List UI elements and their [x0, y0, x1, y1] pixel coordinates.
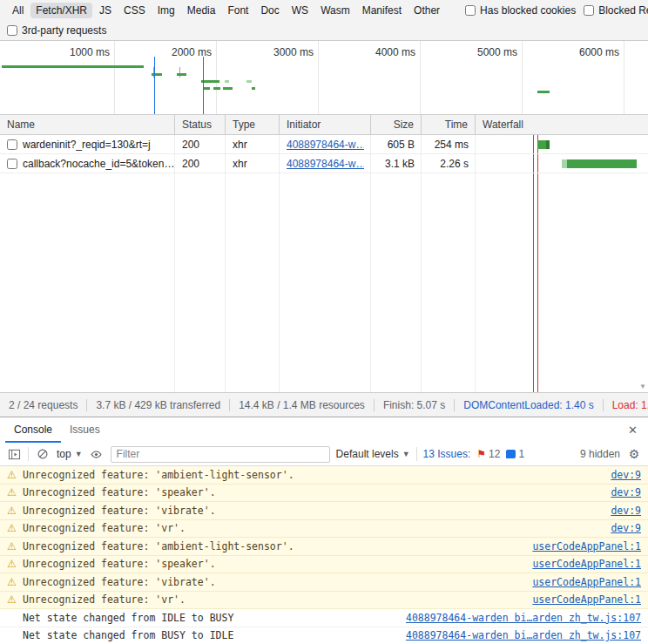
- column-header-status[interactable]: Status: [175, 115, 226, 134]
- blue-bubble-icon: [506, 450, 516, 458]
- clear-console-icon[interactable]: [35, 446, 51, 462]
- source-link[interactable]: dev:9: [611, 522, 641, 534]
- hidden-messages-count[interactable]: 9 hidden: [580, 448, 620, 460]
- overview-gridline: [216, 41, 217, 114]
- column-divider[interactable]: [225, 135, 226, 392]
- red-flag-icon: ⚑: [476, 448, 486, 460]
- warning-icon: ⚠: [7, 470, 23, 480]
- close-icon[interactable]: ✕: [618, 417, 648, 443]
- console-message[interactable]: ⚠ Unrecognized feature: 'ambient-light-s…: [0, 466, 648, 485]
- initiator-link[interactable]: 4088978464-w…: [287, 139, 364, 151]
- eye-icon[interactable]: [89, 446, 105, 462]
- scrollbar-down-arrow[interactable]: ▼: [639, 383, 646, 390]
- column-divider[interactable]: [279, 135, 280, 392]
- source-link[interactable]: userCodeAppPanel:1: [532, 558, 641, 570]
- column-divider[interactable]: [475, 135, 476, 392]
- column-divider[interactable]: [421, 135, 422, 392]
- filter-tab[interactable]: CSS: [118, 3, 151, 18]
- initiator-link[interactable]: 4088978464-w…: [287, 158, 364, 170]
- request-time: 254 ms: [422, 135, 476, 153]
- filter-tab[interactable]: Doc: [255, 3, 284, 18]
- log-levels-selector[interactable]: Default levels ▼: [336, 448, 410, 460]
- source-link[interactable]: userCodeAppPanel:1: [532, 593, 641, 606]
- request-name[interactable]: wardeninit?_reqid=130&rt=j: [23, 139, 151, 151]
- context-label: top: [57, 448, 71, 460]
- checkbox-icon[interactable]: [584, 5, 594, 16]
- column-header-waterfall[interactable]: Waterfall: [476, 115, 648, 134]
- table-body: wardeninit?_reqid=130&rt=j 200 xhr 40889…: [0, 135, 648, 392]
- source-link[interactable]: 4088978464-warden bi…arden zh_tw.js:107: [406, 612, 641, 624]
- column-divider[interactable]: [174, 135, 175, 392]
- message-text: Unrecognized feature: 'vr'.: [23, 593, 523, 606]
- overview-request-bar: [204, 87, 210, 90]
- console-message[interactable]: ⚠ Unrecognized feature: 'ambient-light-s…: [0, 538, 648, 556]
- checkbox-icon[interactable]: [465, 5, 476, 16]
- filter-tab[interactable]: Font: [222, 3, 253, 18]
- third-party-requests-checkbox[interactable]: 3rd-party requests: [7, 24, 106, 37]
- blocked-requests-checkbox[interactable]: Blocked Requests: [584, 4, 648, 17]
- filter-tab[interactable]: Manifest: [357, 3, 407, 18]
- column-header-size[interactable]: Size: [371, 115, 422, 134]
- overview-request-bar: [537, 91, 550, 93]
- column-header-initiator[interactable]: Initiator: [280, 115, 371, 134]
- overview-load-marker: [203, 57, 204, 114]
- source-link[interactable]: userCodeAppPanel:1: [532, 576, 641, 588]
- tab-issues[interactable]: Issues: [61, 417, 109, 443]
- javascript-context-selector[interactable]: top ▼: [57, 448, 83, 460]
- row-checkbox[interactable]: [7, 139, 17, 150]
- console-message[interactable]: ⚠ Unrecognized feature: 'vibrate'. userC…: [0, 573, 648, 592]
- has-blocked-cookies-checkbox[interactable]: Has blocked cookies: [465, 4, 576, 17]
- issues-link[interactable]: 13 Issues:: [423, 448, 471, 460]
- console-message-list: ⚠ Unrecognized feature: 'ambient-light-s…: [0, 466, 648, 644]
- filter-tab[interactable]: Media: [182, 3, 221, 18]
- toolbar-divider: [28, 447, 29, 461]
- column-header-type[interactable]: Type: [226, 115, 280, 134]
- message-text: Unrecognized feature: 'vibrate'.: [23, 576, 523, 588]
- network-request-row[interactable]: wardeninit?_reqid=130&rt=j 200 xhr 40889…: [0, 135, 648, 154]
- network-overview-timeline[interactable]: 1000 ms2000 ms3000 ms4000 ms5000 ms6000 …: [0, 41, 648, 115]
- row-checkbox[interactable]: [7, 159, 17, 169]
- summary-item: 2 / 24 requests: [0, 399, 87, 411]
- overview-request-bar: [2, 65, 144, 68]
- overview-request-bar: [246, 80, 252, 83]
- waterfall-bar-segment: [567, 159, 637, 168]
- network-request-row[interactable]: callback?nocache_id=5&token… 200 xhr 408…: [0, 154, 648, 173]
- column-header-name[interactable]: Name: [0, 115, 175, 134]
- request-name[interactable]: callback?nocache_id=5&token…: [23, 158, 174, 170]
- source-link[interactable]: userCodeAppPanel:1: [532, 540, 641, 552]
- console-message[interactable]: Net state changed from BUSY to IDLE 4088…: [0, 627, 648, 644]
- console-message[interactable]: ⚠ Unrecognized feature: 'speaker'. userC…: [0, 556, 648, 574]
- console-filter-input[interactable]: [111, 446, 330, 463]
- filter-tab[interactable]: Wasm: [315, 3, 355, 18]
- overview-tick-label: 3000 ms: [261, 46, 314, 58]
- waterfall-bar-segment: [546, 140, 550, 149]
- settings-gear-icon[interactable]: ⚙: [626, 446, 642, 462]
- drawer-tab-bar: Console Issues ✕: [0, 417, 648, 443]
- console-message[interactable]: ⚠ Unrecognized feature: 'vr'. dev:9: [0, 520, 648, 539]
- filter-tab[interactable]: Other: [408, 3, 445, 18]
- filter-tab[interactable]: WS: [287, 3, 314, 18]
- filter-tab[interactable]: Img: [152, 3, 180, 18]
- console-message[interactable]: ⚠ Unrecognized feature: 'speaker'. dev:9: [0, 485, 648, 503]
- checkbox-icon[interactable]: [7, 25, 17, 36]
- filter-tab[interactable]: JS: [94, 3, 117, 18]
- issues-info-badge[interactable]: 1: [506, 448, 524, 460]
- table-header-row: Name Status Type Initiator Size Time Wat…: [0, 115, 648, 135]
- filter-tab[interactable]: Fetch/XHR: [30, 3, 92, 18]
- log-levels-label: Default levels: [336, 448, 399, 460]
- summary-item: Load: 1.87 s: [604, 399, 648, 411]
- source-link[interactable]: dev:9: [611, 505, 641, 517]
- console-message[interactable]: ⚠ Unrecognized feature: 'vibrate'. dev:9: [0, 502, 648, 520]
- source-link[interactable]: 4088978464-warden bi…arden zh_tw.js:107: [406, 629, 641, 641]
- issues-error-badge[interactable]: ⚑ 12: [476, 448, 500, 460]
- source-link[interactable]: dev:9: [611, 469, 641, 481]
- overview-gridline: [114, 41, 115, 114]
- console-message[interactable]: Net state changed from IDLE to BUSY 4088…: [0, 609, 648, 627]
- column-divider[interactable]: [370, 135, 371, 392]
- console-sidebar-icon[interactable]: [6, 446, 22, 462]
- filter-tab[interactable]: All: [7, 3, 29, 18]
- column-header-time[interactable]: Time: [422, 115, 476, 134]
- source-link[interactable]: dev:9: [611, 486, 641, 498]
- tab-console[interactable]: Console: [5, 417, 61, 443]
- console-message[interactable]: ⚠ Unrecognized feature: 'vr'. userCodeAp…: [0, 592, 648, 610]
